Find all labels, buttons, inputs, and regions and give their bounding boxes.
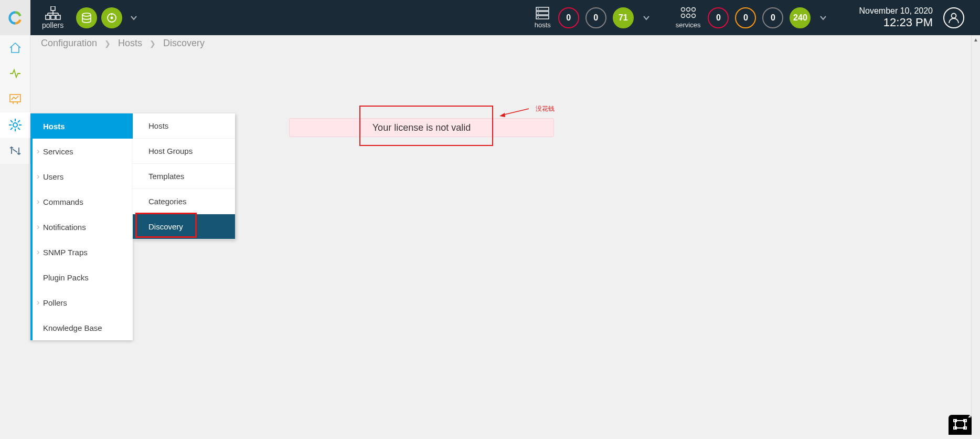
annotation-arrow-icon <box>498 107 530 117</box>
svg-point-21 <box>691 8 695 12</box>
header-time: 12:23 PM <box>859 16 933 29</box>
services-critical-count[interactable]: 0 <box>708 7 729 28</box>
menu-users[interactable]: Users <box>33 164 133 189</box>
svg-point-11 <box>111 16 113 19</box>
hosts-dropdown-icon[interactable] <box>642 14 651 22</box>
hosts-up-count[interactable]: 71 <box>613 7 634 28</box>
services-label: services <box>676 21 701 29</box>
svg-line-37 <box>10 128 13 130</box>
menu-notifications[interactable]: Notifications <box>33 214 133 239</box>
nav-reporting[interactable] <box>0 87 30 112</box>
hosts-down-count[interactable]: 0 <box>558 7 579 28</box>
svg-rect-1 <box>46 15 50 19</box>
nav-configuration[interactable] <box>0 112 30 138</box>
user-avatar[interactable] <box>943 7 964 28</box>
logo[interactable] <box>0 0 30 35</box>
breadcrumb-configuration[interactable]: Configuration <box>41 38 97 49</box>
nav-monitoring[interactable] <box>0 61 30 87</box>
submenu-categories[interactable]: Categories <box>133 189 235 214</box>
svg-point-20 <box>686 8 690 12</box>
scrollbar[interactable]: ▲ <box>971 35 980 434</box>
datetime: November 10, 2020 12:23 PM <box>859 6 933 29</box>
license-error-banner: Your license is not valid <box>289 118 554 137</box>
sidebar <box>0 35 30 164</box>
svg-rect-0 <box>51 6 55 11</box>
svg-rect-2 <box>51 15 55 19</box>
submenu-hosts[interactable]: Hosts <box>133 113 235 139</box>
services-section[interactable]: services <box>676 6 701 29</box>
header-date: November 10, 2020 <box>859 6 933 16</box>
submenu-templates[interactable]: Templates <box>133 164 235 189</box>
menu-commands[interactable]: Commands <box>33 189 133 214</box>
submenu-host-groups[interactable]: Host Groups <box>133 139 235 164</box>
config-submenu: Hosts Services Users Commands Notificati… <box>30 113 133 340</box>
services-ok-count[interactable]: 240 <box>790 7 811 28</box>
svg-point-18 <box>538 17 539 18</box>
top-bar: pollers hosts 0 0 71 <box>0 0 980 35</box>
services-icon <box>680 6 697 20</box>
breadcrumb-hosts[interactable]: Hosts <box>118 38 142 49</box>
svg-point-17 <box>538 13 539 14</box>
pollers-label: pollers <box>42 21 63 29</box>
services-unknown-count[interactable]: 0 <box>762 7 783 28</box>
hosts-icon <box>535 6 550 20</box>
svg-point-19 <box>681 8 685 12</box>
centreon-logo-icon <box>8 11 23 25</box>
breadcrumb: Configuration ❯ Hosts ❯ Discovery <box>41 38 205 49</box>
scroll-up-icon[interactable]: ▲ <box>972 35 980 44</box>
pollers-db-icon[interactable] <box>76 7 97 28</box>
menu-hosts[interactable]: Hosts <box>33 113 133 139</box>
svg-point-24 <box>691 14 695 18</box>
hosts-section[interactable]: hosts <box>535 6 551 29</box>
svg-point-16 <box>538 8 539 9</box>
nav-administration[interactable] <box>0 138 30 164</box>
pollers-section[interactable]: pollers <box>42 6 63 29</box>
svg-line-34 <box>10 120 13 122</box>
services-warning-count[interactable]: 0 <box>735 7 756 28</box>
menu-plugin-packs[interactable]: Plugin Packs <box>33 265 133 290</box>
menu-snmp-traps[interactable]: SNMP Traps <box>33 239 133 265</box>
hosts-submenu: Hosts Host Groups Templates Categories D… <box>133 113 235 239</box>
chevron-right-icon: ❯ <box>104 39 111 48</box>
pollers-icon <box>45 6 61 20</box>
menu-knowledge-base[interactable]: Knowledge Base <box>33 315 133 340</box>
chevron-right-icon: ❯ <box>150 39 156 48</box>
menu-services[interactable]: Services <box>33 139 133 164</box>
pollers-dropdown-icon[interactable] <box>130 14 138 22</box>
svg-point-23 <box>686 14 690 18</box>
services-dropdown-icon[interactable] <box>819 14 827 22</box>
svg-line-36 <box>18 120 20 122</box>
svg-line-39 <box>503 109 529 115</box>
svg-point-22 <box>681 14 685 18</box>
annotation-text: 没花钱 <box>536 104 555 113</box>
pollers-latency-icon[interactable] <box>101 7 122 28</box>
hosts-label: hosts <box>535 21 551 29</box>
svg-point-25 <box>952 13 956 18</box>
svg-point-9 <box>82 13 91 16</box>
hosts-unreachable-count[interactable]: 0 <box>585 7 606 28</box>
menu-pollers[interactable]: Pollers <box>33 290 133 315</box>
svg-line-38 <box>13 149 17 152</box>
breadcrumb-discovery[interactable]: Discovery <box>163 38 205 49</box>
svg-marker-40 <box>499 113 505 117</box>
svg-rect-3 <box>56 15 60 19</box>
nav-home[interactable] <box>0 35 30 61</box>
fullscreen-icon[interactable] <box>949 415 972 435</box>
submenu-discovery[interactable]: Discovery <box>133 214 235 239</box>
svg-point-29 <box>13 123 17 127</box>
svg-line-35 <box>18 128 20 130</box>
